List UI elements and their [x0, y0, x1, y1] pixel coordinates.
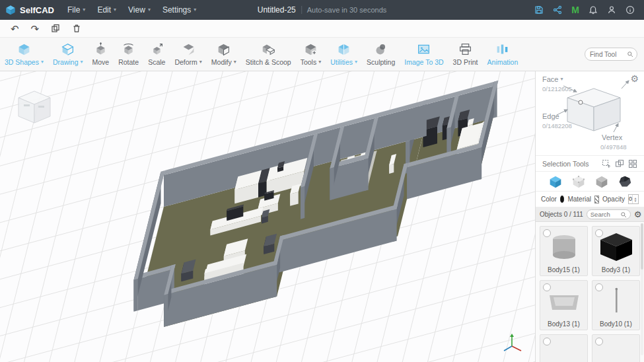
- account-icon[interactable]: [607, 5, 616, 15]
- chevron-down-icon: ▾: [355, 59, 357, 65]
- color-swatch[interactable]: [560, 196, 565, 203]
- info-icon[interactable]: [626, 5, 635, 15]
- chevron-down-icon: ▾: [80, 59, 83, 65]
- quick-actions-bar: ↶ ↷: [0, 20, 644, 38]
- tool-animation[interactable]: Animation: [483, 38, 523, 71]
- tool-tools[interactable]: Tools▾: [296, 38, 326, 71]
- chevron-down-icon: ▾: [148, 7, 151, 13]
- menu-view[interactable]: View▾: [123, 3, 156, 17]
- gear-icon[interactable]: ⚙: [634, 210, 642, 219]
- edge-count: 0/1482208: [542, 122, 572, 129]
- chevron-down-icon: ▾: [318, 59, 321, 65]
- menu-bar: File▾ Edit▾ View▾ Settings▾: [62, 3, 201, 17]
- gear-icon[interactable]: ⚙: [630, 74, 639, 83]
- opacity-stepper[interactable]: 0 ▲▼: [628, 194, 639, 204]
- stepper-arrows-icon[interactable]: ▲▼: [632, 195, 638, 203]
- object-select-circle[interactable]: [543, 338, 551, 345]
- drawing-icon: [61, 42, 75, 56]
- tools-icon: [304, 42, 318, 56]
- object-name: Body3 (1): [592, 266, 639, 273]
- appearance-row: Color Material Opacity 0 ▲▼: [536, 192, 644, 207]
- m-logo-icon[interactable]: M: [571, 5, 579, 15]
- scene-canvas[interactable]: [0, 71, 535, 362]
- find-tool-search[interactable]: [585, 48, 637, 61]
- mesh-mode-icon[interactable]: [618, 175, 631, 188]
- object-card-partial[interactable]: [592, 334, 640, 362]
- menu-settings[interactable]: Settings▾: [157, 3, 201, 17]
- chevron-down-icon: ▾: [560, 77, 563, 82]
- rotate-icon: [122, 42, 135, 56]
- tool-sculpting[interactable]: Sculpting: [362, 38, 400, 71]
- scale-icon: [150, 42, 164, 56]
- tool-modify[interactable]: Modify▾: [207, 38, 241, 71]
- object-card-body15[interactable]: Body15 (1): [540, 226, 588, 276]
- object-name: Body10 (1): [592, 320, 639, 328]
- 3d-viewport[interactable]: [0, 71, 535, 362]
- color-label: Color: [541, 196, 557, 203]
- objects-list: Body15 (1) Body3 (1) Body13 (1) Body10 (…: [536, 222, 644, 362]
- object-card-body13[interactable]: Body13 (1): [540, 280, 588, 330]
- material-swatch[interactable]: [594, 196, 599, 203]
- copy-icon[interactable]: [51, 24, 60, 33]
- main-toolbar: 3D Shapes▾ Drawing▾ Move Rotate Scale De…: [0, 38, 644, 71]
- face-selector[interactable]: Face▾: [542, 75, 563, 83]
- tool-deform[interactable]: Deform▾: [170, 38, 206, 71]
- edge-mode-icon[interactable]: [595, 175, 608, 188]
- share-icon[interactable]: [553, 5, 562, 15]
- marquee-select-icon[interactable]: [602, 159, 611, 168]
- selection-tools-row: Selection Tools: [536, 156, 644, 172]
- find-tool-input[interactable]: [590, 51, 624, 58]
- app-logo: SelfCAD: [0, 5, 62, 15]
- sculpting-icon: [374, 42, 388, 56]
- group-select-icon[interactable]: [615, 159, 624, 168]
- edge-label: Edge: [542, 112, 559, 120]
- tool-drawing[interactable]: Drawing▾: [48, 38, 88, 71]
- objects-search[interactable]: [587, 209, 631, 219]
- workspace: Face▾ 0/1212605 ⚙ Edge 0/1482208 Vertex …: [0, 71, 644, 362]
- search-icon: [620, 211, 627, 218]
- titlebar: SelfCAD File▾ Edit▾ View▾ Settings▾ Unti…: [0, 0, 644, 20]
- dark-cube-thumbnail: [598, 232, 635, 261]
- menu-file[interactable]: File▾: [62, 3, 90, 17]
- object-name: Body13 (1): [540, 320, 587, 328]
- cube-icon: [17, 42, 31, 56]
- notifications-bell-icon[interactable]: [589, 5, 598, 15]
- chevron-down-icon: ▾: [234, 59, 236, 65]
- tool-scale[interactable]: Scale: [143, 38, 170, 71]
- tool-rotate[interactable]: Rotate: [114, 38, 143, 71]
- utilities-icon: [337, 42, 351, 56]
- panel-scrollbar[interactable]: [641, 223, 643, 355]
- topology-section: Face▾ 0/1212605 ⚙ Edge 0/1482208 Vertex …: [536, 71, 644, 156]
- solid-mode-icon[interactable]: [549, 175, 562, 188]
- tray-thumbnail: [546, 286, 583, 315]
- tool-move[interactable]: Move: [88, 38, 114, 71]
- object-card-body10[interactable]: Body10 (1): [592, 280, 640, 330]
- multi-select-icon[interactable]: [628, 159, 637, 168]
- object-select-circle[interactable]: [595, 338, 603, 345]
- vertex-count: 0/497848: [600, 143, 627, 151]
- delete-trash-icon[interactable]: [72, 24, 81, 33]
- tool-image-to-3d[interactable]: Image To 3D: [400, 38, 448, 71]
- animation-icon: [495, 42, 509, 56]
- vertex-mode-icon[interactable]: [572, 175, 585, 188]
- tool-3d-shapes[interactable]: 3D Shapes▾: [0, 38, 48, 71]
- rod-thumbnail: [598, 286, 635, 315]
- tool-stitch-scoop[interactable]: Stitch & Scoop: [241, 38, 296, 71]
- selection-tools-label: Selection Tools: [542, 160, 589, 168]
- object-card-body3[interactable]: Body3 (1): [592, 226, 640, 276]
- object-card-partial[interactable]: [540, 334, 588, 362]
- save-icon[interactable]: [534, 5, 544, 15]
- move-icon: [94, 42, 108, 56]
- printer-icon: [458, 42, 472, 56]
- selection-mode-row: [536, 172, 644, 192]
- menu-edit[interactable]: Edit▾: [92, 3, 122, 17]
- cylinder-thumbnail: [546, 232, 583, 261]
- image-icon: [417, 42, 431, 56]
- undo-icon[interactable]: ↶: [11, 24, 19, 34]
- objects-search-input[interactable]: [590, 211, 618, 218]
- tool-3d-print[interactable]: 3D Print: [448, 38, 483, 71]
- face-count: 0/1212605: [542, 85, 572, 92]
- redo-icon[interactable]: ↷: [31, 24, 40, 34]
- tool-utilities[interactable]: Utilities▾: [326, 38, 362, 71]
- material-label: Material: [567, 196, 591, 203]
